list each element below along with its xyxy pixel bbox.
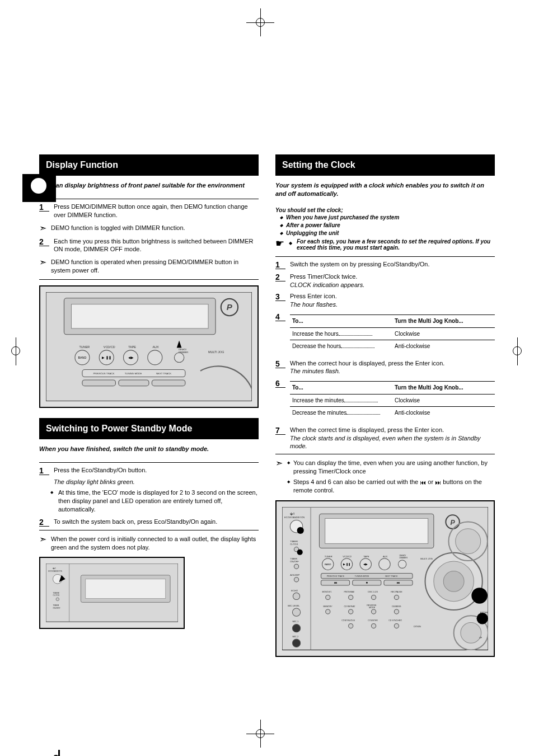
svg-point-121 bbox=[456, 529, 481, 554]
note-text: DEMO function is toggled with DIMMER fun… bbox=[51, 224, 259, 232]
pointing-hand-icon: ☛ bbox=[275, 238, 284, 248]
svg-point-80 bbox=[379, 558, 390, 570]
svg-text:UP: UP bbox=[479, 636, 483, 639]
manual-page: Display Function You can display brightn… bbox=[0, 93, 534, 756]
svg-text:CONTINUOUS: CONTINUOUS bbox=[341, 620, 355, 622]
table-header: To... Turn the Multi Jog Knob... bbox=[290, 314, 495, 328]
divider bbox=[275, 256, 495, 257]
svg-text:MONO/ST.: MONO/ST. bbox=[322, 591, 332, 594]
arrow-icon: ➣ bbox=[39, 224, 46, 233]
timing-label: You should set the clock; bbox=[275, 207, 495, 213]
step-text: Press the Eco/Standby/On button. bbox=[54, 466, 259, 475]
step-number: 1 bbox=[39, 466, 49, 475]
note: ➣ When the power cord is initially conne… bbox=[39, 535, 259, 552]
step-2: 2 Press Timer/Clock twice. CLOCK indicat… bbox=[275, 273, 495, 289]
left-column: Display Function You can display brightn… bbox=[39, 154, 259, 657]
divider bbox=[39, 462, 259, 463]
bullet-list: At this time, the 'ECO' mode is displaye… bbox=[50, 489, 259, 514]
table-row: Increase the hours Clockwise bbox=[290, 328, 495, 341]
result-text: The display light blinks green. bbox=[54, 478, 135, 485]
binder-ring-icon bbox=[30, 177, 48, 195]
svg-point-57 bbox=[293, 593, 299, 600]
bullet-item: At this time, the 'ECO' mode is displaye… bbox=[50, 489, 259, 514]
svg-text:TUNING MODE: TUNING MODE bbox=[125, 372, 142, 375]
svg-point-36 bbox=[56, 598, 59, 601]
svg-point-119 bbox=[471, 588, 488, 604]
svg-text:AUX: AUX bbox=[383, 555, 388, 558]
svg-text:AUX: AUX bbox=[152, 345, 159, 348]
svg-text:⏭: ⏭ bbox=[397, 581, 400, 584]
svg-point-50 bbox=[297, 550, 303, 555]
svg-text:TUNING MODE: TUNING MODE bbox=[355, 575, 369, 577]
timing-item: Unplugging the unit bbox=[280, 230, 495, 236]
svg-text:TIMER: TIMER bbox=[53, 605, 59, 607]
svg-point-63 bbox=[292, 639, 300, 647]
note-text: DEMO function is operated when pressing … bbox=[51, 258, 259, 275]
svg-text:VCD/CD: VCD/CD bbox=[104, 345, 115, 348]
note: ➣ DEMO function is operated when pressin… bbox=[39, 258, 259, 275]
svg-text:ECHO: ECHO bbox=[291, 590, 298, 593]
svg-text:ECO/STANDBY/ON: ECO/STANDBY/ON bbox=[284, 516, 305, 519]
arrow-icon: ➣ bbox=[39, 535, 46, 544]
svg-text:ON/OFF: ON/OFF bbox=[53, 607, 60, 609]
svg-text:CLOCK: CLOCK bbox=[290, 543, 298, 546]
table-row: Decrease the hours Anti-clockwise bbox=[290, 340, 495, 353]
svg-text:MIC 1: MIC 1 bbox=[292, 621, 299, 623]
step-number: 5 bbox=[275, 359, 285, 368]
svg-rect-2 bbox=[71, 304, 208, 328]
divider bbox=[275, 454, 495, 454]
svg-text:CLOCK: CLOCK bbox=[53, 595, 60, 597]
svg-point-109 bbox=[394, 609, 399, 614]
svg-text:DEMO/: DEMO/ bbox=[179, 348, 187, 351]
step-number: 1 bbox=[275, 260, 285, 269]
svg-text:DIMMER: DIMMER bbox=[179, 351, 189, 354]
svg-point-123 bbox=[461, 623, 481, 644]
step-number: 2 bbox=[39, 237, 49, 246]
svg-text:ECO/STANDBY/ON: ECO/STANDBY/ON bbox=[48, 571, 62, 573]
svg-text:VCD/CD: VCD/CD bbox=[343, 555, 352, 558]
svg-text:PREVIOUS TRACK: PREVIOUS TRACK bbox=[327, 575, 345, 577]
step-number: 2 bbox=[39, 518, 49, 527]
table-header: To... Turn the Multi Jog Knob... bbox=[290, 381, 495, 395]
svg-text:⏮: ⏮ bbox=[334, 581, 337, 584]
svg-text:MODE: MODE bbox=[369, 607, 375, 609]
step-5: 5 When the correct hour is displayed, pr… bbox=[275, 359, 495, 376]
svg-rect-25 bbox=[82, 380, 116, 386]
svg-text:CD SYNCHRO: CD SYNCHRO bbox=[388, 620, 402, 622]
step-result: The hour flashes. bbox=[290, 301, 338, 308]
table-row: Increase the minutes Clockwise bbox=[290, 395, 495, 407]
svg-text:PROGRAM: PROGRAM bbox=[344, 591, 354, 594]
svg-point-46 bbox=[297, 527, 304, 534]
step-text: To... Turn the Multi Jog Knob... Increas… bbox=[290, 379, 495, 422]
step-6: 6 To... Turn the Multi Jog Knob... Incre… bbox=[275, 379, 495, 422]
two-column-layout: Display Function You can display brightn… bbox=[39, 154, 495, 657]
svg-text:DOWN: DOWN bbox=[414, 625, 421, 628]
svg-text:■: ■ bbox=[366, 581, 368, 584]
svg-text:TUNER: TUNER bbox=[79, 345, 90, 348]
svg-rect-26 bbox=[119, 380, 149, 386]
svg-text:MULTI JOG: MULTI JOG bbox=[420, 557, 432, 560]
note-text: When the power cord is initially connect… bbox=[51, 535, 259, 552]
end-note-1: You can display the time, even when you … bbox=[293, 459, 495, 476]
svg-text:⏻/I: ⏻/I bbox=[53, 568, 55, 570]
section-heading-display: Display Function bbox=[39, 154, 259, 176]
end-note-2: Steps 4 and 6 can also be carried out wi… bbox=[293, 478, 495, 495]
arrow-icon: ➣ bbox=[39, 258, 46, 267]
svg-text:ENTER: ENTER bbox=[480, 611, 488, 614]
svg-point-16 bbox=[174, 353, 184, 362]
svg-point-115 bbox=[394, 624, 399, 628]
svg-text:CD REPEAT: CD REPEAT bbox=[344, 605, 355, 608]
svg-text:DIMMER: DIMMER bbox=[400, 557, 408, 559]
step-2: 2 Each time you press this button bright… bbox=[39, 237, 259, 254]
step-text: When the correct time is displayed, pres… bbox=[290, 426, 495, 451]
step-1: 1 Switch the system on by pressing Eco/S… bbox=[275, 260, 495, 269]
svg-text:MIC LEVEL: MIC LEVEL bbox=[288, 604, 300, 607]
divider bbox=[39, 279, 259, 280]
right-column: Setting the Clock Your system is equippe… bbox=[275, 154, 495, 657]
timing-item: When you have just purchased the system bbox=[280, 214, 495, 220]
next-track-icon: ⏭ bbox=[435, 478, 441, 487]
step-3: 3 Press Enter icon. The hour flashes. bbox=[275, 292, 495, 309]
step-result: CLOCK indication appears. bbox=[290, 281, 364, 288]
svg-text:P: P bbox=[451, 519, 456, 527]
section-heading-clock: Setting the Clock bbox=[275, 154, 495, 176]
